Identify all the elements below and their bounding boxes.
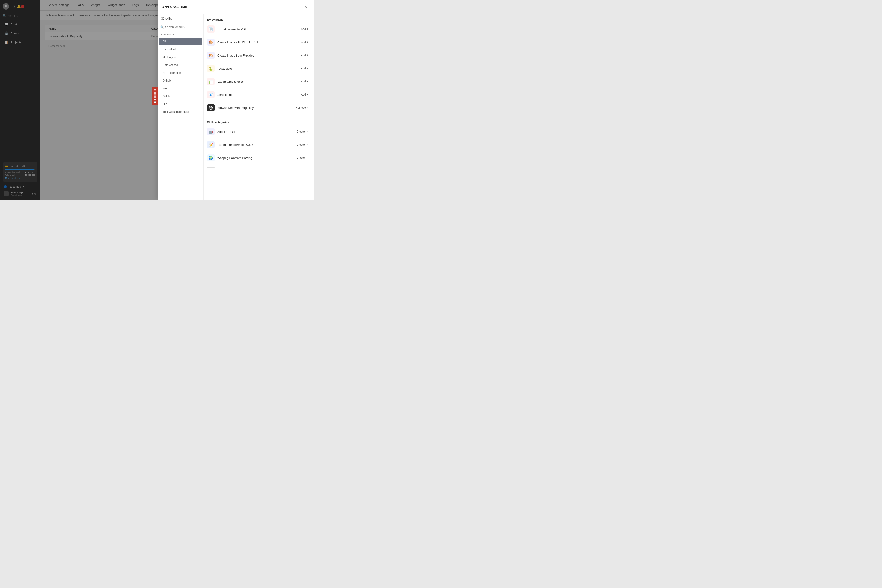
export-excel-icon: 📊 (207, 78, 214, 85)
modal-body: 32 skills 🔍 Category All By Swiftask Mul… (158, 14, 314, 200)
browse-perplexity-icon (207, 104, 214, 111)
modal-overlay: 💬 Feedback Add a new skill × 32 skills 🔍… (0, 0, 314, 200)
export-pdf-icon: 📄 (207, 26, 214, 33)
send-email-add-button[interactable]: Add + (299, 92, 310, 97)
category-api-integration[interactable]: API Integration (159, 69, 202, 76)
flux-pro-icon: 🎨 (207, 39, 214, 46)
add-skill-dialog: Add a new skill × 32 skills 🔍 Category A… (158, 0, 314, 200)
today-date-name: Today date (217, 67, 296, 70)
section-divider (207, 116, 310, 117)
category-panel: 32 skills 🔍 Category All By Swiftask Mul… (158, 14, 204, 200)
feedback-button[interactable]: 💬 Feedback (152, 87, 158, 105)
webpage-parsing-icon: 🌍 (207, 154, 214, 162)
today-date-add-button[interactable]: Add + (299, 66, 310, 71)
send-email-name: Send email (217, 93, 296, 96)
category-data-access[interactable]: Data access (159, 62, 202, 69)
export-excel-add-button[interactable]: Add + (299, 79, 310, 84)
flux-dev-icon: 🎨 (207, 52, 214, 59)
skill-item-export-pdf: 📄 Export content to PDF Add + (204, 23, 314, 36)
category-web[interactable]: Web (159, 85, 202, 92)
skill-item-agent-as-skill: 🤖 Agent as skill Create → (204, 125, 314, 138)
category-file[interactable]: File (159, 100, 202, 108)
flux-pro-add-button[interactable]: Add + (299, 40, 310, 45)
feedback-wrap: 💬 Feedback (152, 87, 158, 105)
browse-perplexity-remove-button[interactable]: Remove − (294, 105, 310, 110)
category-multi-agent[interactable]: Multi Agent (159, 54, 202, 61)
export-pdf-name: Export content to PDF (217, 28, 296, 31)
skills-panel: By Swiftask 📄 Export content to PDF Add … (204, 14, 314, 200)
more-items-indicator (207, 167, 214, 168)
skill-item-send-email: 📧 Send email Add + (204, 88, 314, 101)
send-email-icon: 📧 (207, 91, 214, 98)
export-docx-create-button[interactable]: Create → (295, 142, 310, 147)
category-by-swiftask[interactable]: By Swiftask (159, 46, 202, 53)
today-date-icon: 🐍 (207, 65, 214, 72)
export-excel-name: Export table to excel (217, 80, 296, 83)
flux-pro-name: Create image with Flux Pro 1.1 (217, 40, 296, 44)
skill-item-webpage-parsing: 🌍 Webpage Content Parsing Create → (204, 152, 314, 165)
skill-item-export-excel: 📊 Export table to excel Add + (204, 75, 314, 88)
skill-item-export-docx: 📝 Export markdown to DOCX Create → (204, 138, 314, 152)
webpage-parsing-name: Webpage Content Parsing (217, 156, 292, 160)
flux-dev-add-button[interactable]: Add + (299, 53, 310, 58)
close-button[interactable]: × (303, 4, 309, 10)
category-label: Category (158, 31, 203, 38)
skills-search-input[interactable] (165, 26, 201, 29)
search-icon-small: 🔍 (160, 26, 164, 29)
webpage-parsing-create-button[interactable]: Create → (295, 155, 310, 160)
skills-count: 32 skills (158, 14, 203, 23)
export-docx-name: Export markdown to DOCX (217, 143, 292, 147)
agent-as-skill-create-button[interactable]: Create → (295, 129, 310, 134)
category-github[interactable]: Github (159, 77, 202, 84)
export-pdf-add-button[interactable]: Add + (299, 27, 310, 32)
skill-item-more (204, 165, 314, 171)
search-input-wrap: 🔍 (158, 23, 203, 31)
skill-item-today-date: 🐍 Today date Add + (204, 62, 314, 75)
agent-as-skill-name: Agent as skill (217, 130, 292, 134)
skill-item-flux-dev: 🎨 Create image from Flux dev Add + (204, 49, 314, 62)
modal-title: Add a new skill (162, 5, 187, 9)
export-docx-icon: 📝 (207, 141, 214, 148)
skills-categories-label: Skills categories (204, 118, 314, 125)
modal-header: Add a new skill × (158, 0, 314, 14)
category-workspace-skills[interactable]: Your workspace skills (159, 108, 202, 116)
flux-dev-name: Create image from Flux dev (217, 54, 296, 57)
section-by-swiftask-label: By Swiftask (204, 16, 314, 23)
agent-as-skill-icon: 🤖 (207, 128, 214, 135)
skill-item-flux-pro: 🎨 Create image with Flux Pro 1.1 Add + (204, 36, 314, 49)
browse-perplexity-name: Browse web with Perplexity (217, 106, 291, 110)
feedback-icon: 💬 (154, 100, 156, 104)
skill-item-browse-perplexity: Browse web with Perplexity Remove − (204, 101, 314, 114)
category-all[interactable]: All (159, 38, 202, 45)
category-gitlab[interactable]: Gitlab (159, 93, 202, 100)
